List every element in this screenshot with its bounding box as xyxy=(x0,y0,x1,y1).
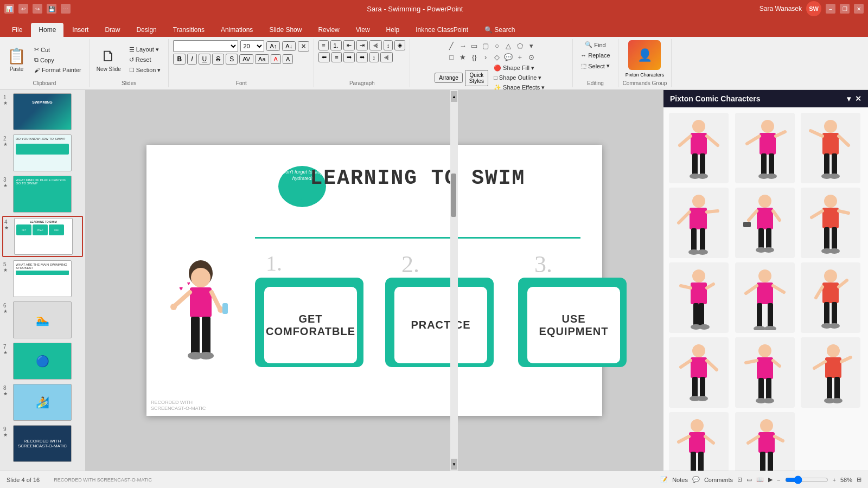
underline-button[interactable]: U xyxy=(199,54,211,65)
select-button[interactable]: ⬚ Select ▾ xyxy=(578,61,613,70)
pixton-expand[interactable]: ▾ xyxy=(847,94,851,103)
slide-thumb-9[interactable]: 9 ★ RECORDED WITHSCREENCAST-O-MATIC xyxy=(2,424,83,463)
align-left-button[interactable]: ⬅ xyxy=(318,52,330,62)
shape-outline-button[interactable]: □ Shape Outline ▾ xyxy=(490,73,548,82)
slide-thumb-3[interactable]: 3 ★ WHAT KIND OF PLACE CAN YOU GO TO SWI… xyxy=(2,175,83,214)
quick-styles-button[interactable]: QuickStyles xyxy=(465,70,488,86)
scroll-up[interactable]: ▲ xyxy=(451,91,457,102)
increase-font-button[interactable]: A↑ xyxy=(266,41,280,51)
shape-rect[interactable]: ▭ xyxy=(469,40,480,51)
pixton-char-4[interactable] xyxy=(669,188,729,258)
tab-view[interactable]: View xyxy=(348,23,378,37)
view-normal-icon[interactable]: ⊡ xyxy=(737,476,742,483)
format-painter-button[interactable]: 🖌 Format Painter xyxy=(31,66,85,74)
justify-button[interactable]: ⬌ xyxy=(356,52,368,62)
slide-thumb-1[interactable]: 1 ★ SWIMMING xyxy=(2,92,83,131)
clear-format-button[interactable]: ✕ xyxy=(298,41,309,52)
step-box-1-inner[interactable]: GET COMFORATBLE xyxy=(263,286,358,364)
user-avatar[interactable]: SW xyxy=(806,1,821,16)
align-right-button[interactable]: ➡ xyxy=(343,52,355,62)
view-reading-icon[interactable]: 📖 xyxy=(756,476,764,483)
font-color-button[interactable]: A xyxy=(271,54,281,64)
minimize-button[interactable]: – xyxy=(826,4,835,14)
slide-thumb-8[interactable]: 8 ★ 🏄 xyxy=(2,383,83,422)
copy-button[interactable]: ⧉ Copy xyxy=(31,55,85,65)
pixton-char-1[interactable] xyxy=(669,113,729,183)
decrease-font-button[interactable]: A↓ xyxy=(282,41,296,51)
cut-button[interactable]: ✂ Cut xyxy=(31,45,85,54)
case-button[interactable]: Aa xyxy=(255,54,269,64)
zoom-in-icon[interactable]: + xyxy=(833,477,836,483)
shape-diamond[interactable]: ◇ xyxy=(492,52,502,62)
close-button[interactable]: ✕ xyxy=(854,4,864,14)
shape-chevron[interactable]: › xyxy=(480,52,491,62)
pixton-char-13[interactable] xyxy=(669,412,729,471)
step-box-3-inner[interactable]: USE EQUIPMENT xyxy=(526,286,621,364)
step-box-2-inner[interactable]: PRACTICE xyxy=(393,286,488,364)
slide-thumb-4[interactable]: 4 ★ LEARNING TO SWIM GET PRAC USE xyxy=(2,216,83,257)
tab-file[interactable]: File xyxy=(4,23,30,37)
redo-button[interactable]: ↪ xyxy=(33,4,42,14)
layout-button[interactable]: ☰ Layout ▾ xyxy=(126,45,164,54)
decrease-indent-button[interactable]: ⇤ xyxy=(343,40,355,50)
restore-button[interactable]: ❐ xyxy=(840,4,850,14)
slide-thumb-2[interactable]: 2 ★ DO YOU KNOW HOW TO SWIM? xyxy=(2,133,83,172)
shape-pentagon[interactable]: ⬠ xyxy=(514,40,525,51)
tab-animations[interactable]: Animations xyxy=(213,23,260,37)
view-slideshow-icon[interactable]: ▶ xyxy=(768,476,773,483)
char-spacing-button[interactable]: AV xyxy=(239,54,253,64)
tab-insert[interactable]: Insert xyxy=(65,23,96,37)
tab-home[interactable]: Home xyxy=(31,23,63,37)
shadow-button[interactable]: S xyxy=(226,54,238,65)
slide-thumb-5[interactable]: 5 ★ WHAT ARE THE MAIN SWIMMING STROKES? xyxy=(2,259,83,298)
tab-design[interactable]: Design xyxy=(129,23,164,37)
slide-canvas[interactable]: Don't forget to stay hydrated! xyxy=(146,145,602,416)
shape-callout[interactable]: 💬 xyxy=(503,52,514,62)
line-spacing-button[interactable]: ↕ xyxy=(369,52,379,62)
shape-rounded-rect[interactable]: ▢ xyxy=(480,40,491,51)
italic-button[interactable]: I xyxy=(187,54,196,65)
align-center-button[interactable]: ≡ xyxy=(331,52,341,62)
slide-thumb-7[interactable]: 7 ★ 🔵 xyxy=(2,342,83,381)
undo-button[interactable]: ↩ xyxy=(18,4,28,14)
paste-button[interactable]: 📋 Paste xyxy=(4,46,29,74)
tab-help[interactable]: Help xyxy=(379,23,407,37)
shape-plus[interactable]: + xyxy=(514,52,525,62)
replace-button[interactable]: ↔ Replace xyxy=(577,51,613,60)
pixton-char-8[interactable] xyxy=(735,262,795,333)
view-slide-icon[interactable]: ▭ xyxy=(746,476,752,483)
arrange-button[interactable]: Arrange xyxy=(435,73,463,83)
comments-button[interactable]: Comments xyxy=(704,477,733,483)
pixton-char-14[interactable] xyxy=(735,412,795,471)
shape-star[interactable]: ★ xyxy=(457,52,468,62)
scroll-thumb[interactable] xyxy=(451,174,456,217)
tab-transitions[interactable]: Transitions xyxy=(165,23,212,37)
customize-icon[interactable]: ⋯ xyxy=(61,4,71,14)
pixton-char-7[interactable] xyxy=(669,262,729,333)
tab-inknoe[interactable]: Inknoe ClassPoint xyxy=(408,23,476,37)
pixton-close[interactable]: ✕ xyxy=(855,94,861,103)
pixton-char-9[interactable] xyxy=(801,262,860,333)
shape-triangle[interactable]: △ xyxy=(503,40,514,51)
bold-button[interactable]: B xyxy=(173,54,186,65)
columns-button[interactable]: ⫷ xyxy=(369,40,382,50)
zoom-slider[interactable] xyxy=(785,476,828,484)
text-direction-button[interactable]: ↕ xyxy=(384,40,393,50)
slide-thumb-6[interactable]: 6 ★ 🏊 xyxy=(2,300,83,339)
pixton-button[interactable]: 👤 xyxy=(628,40,661,70)
font-family-select[interactable] xyxy=(173,40,238,52)
shape-fill-button[interactable]: 🔴 Shape Fill ▾ xyxy=(490,63,548,73)
shape-more[interactable]: ▾ xyxy=(526,40,537,51)
reset-button[interactable]: ↺ Reset xyxy=(126,55,164,65)
bullets-button[interactable]: ≡ xyxy=(318,40,328,50)
zoom-out-icon[interactable]: − xyxy=(777,477,780,483)
scroll-down[interactable]: ▼ xyxy=(451,459,457,470)
fit-slide-icon[interactable]: ⊞ xyxy=(857,476,861,483)
pixton-char-6[interactable] xyxy=(801,188,860,258)
pixton-char-5[interactable] xyxy=(735,188,795,258)
shape-arrow[interactable]: → xyxy=(457,40,468,51)
shape-line[interactable]: ╱ xyxy=(446,40,457,51)
new-slide-button[interactable]: 🗋 New Slide xyxy=(94,46,124,74)
tab-search[interactable]: 🔍 Search xyxy=(477,23,522,37)
font-size-select[interactable]: 20 xyxy=(240,40,264,52)
